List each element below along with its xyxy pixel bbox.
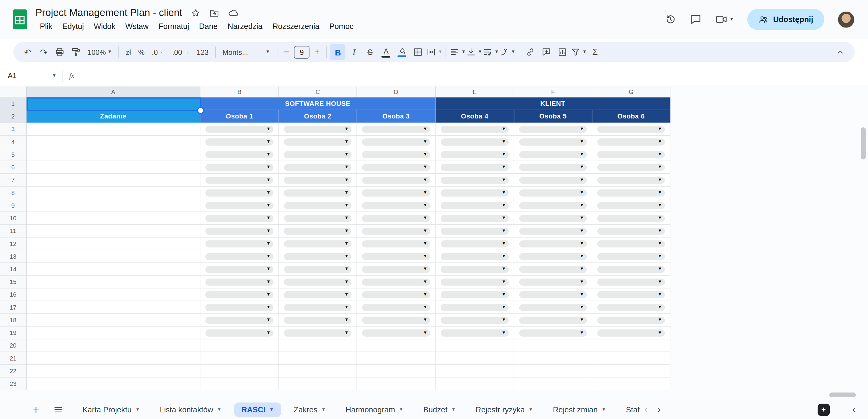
dropdown-chip[interactable]: ▼: [205, 304, 273, 311]
cell-B20[interactable]: [200, 339, 279, 352]
sheet-tab-zakres[interactable]: Zakres▼: [287, 402, 333, 417]
cell-E9[interactable]: ▼: [436, 199, 515, 212]
cell-C16[interactable]: ▼: [279, 289, 357, 301]
cell-C12[interactable]: ▼: [279, 238, 357, 250]
vertical-align-button[interactable]: ▼: [466, 44, 482, 60]
dropdown-chip[interactable]: ▼: [597, 151, 665, 158]
cell-E16[interactable]: ▼: [436, 289, 515, 301]
cell-F20[interactable]: [514, 339, 592, 352]
print-icon[interactable]: [52, 44, 67, 60]
cell-B23[interactable]: [200, 378, 279, 390]
sheet-tab-bud-et[interactable]: Budżet▼: [416, 402, 463, 417]
cell-G19[interactable]: ▼: [592, 327, 670, 339]
redo-icon[interactable]: ↷: [36, 44, 51, 60]
move-folder-icon[interactable]: [210, 8, 219, 18]
selection-handle[interactable]: [197, 107, 204, 114]
cell-G17[interactable]: ▼: [592, 301, 670, 314]
tabs-scroll-right-icon[interactable]: ›: [652, 405, 665, 415]
cell-B6[interactable]: ▼: [200, 161, 279, 174]
functions-button[interactable]: Σ: [587, 44, 603, 60]
dropdown-chip[interactable]: ▼: [284, 176, 351, 184]
cell-A7[interactable]: [27, 174, 200, 187]
dropdown-chip[interactable]: ▼: [597, 291, 665, 298]
gemini-sparkle-icon[interactable]: ✦: [817, 403, 830, 415]
row-header-21[interactable]: 21: [0, 352, 27, 365]
dropdown-chip[interactable]: ▼: [205, 138, 273, 145]
person-header-1[interactable]: Osoba 1: [200, 110, 279, 123]
sheets-logo-icon[interactable]: [12, 9, 27, 30]
star-icon[interactable]: [191, 8, 200, 18]
cell-C19[interactable]: ▼: [279, 327, 357, 339]
cell-A9[interactable]: [27, 199, 200, 212]
cell-F19[interactable]: ▼: [514, 327, 592, 339]
row-header-12[interactable]: 12: [0, 238, 27, 250]
dropdown-chip[interactable]: ▼: [519, 164, 587, 171]
cell-D4[interactable]: ▼: [357, 136, 436, 148]
row-header-7[interactable]: 7: [0, 174, 27, 187]
cell-C20[interactable]: [279, 339, 357, 352]
menu-plik[interactable]: Plik: [36, 21, 57, 32]
add-sheet-icon[interactable]: ＋: [29, 402, 43, 417]
cell-A16[interactable]: [27, 289, 200, 301]
dropdown-chip[interactable]: ▼: [519, 291, 587, 298]
row-header-8[interactable]: 8: [0, 187, 27, 199]
dropdown-chip[interactable]: ▼: [519, 304, 587, 311]
cell-D9[interactable]: ▼: [357, 199, 436, 212]
cell-A15[interactable]: [27, 276, 200, 289]
cell-B8[interactable]: ▼: [200, 187, 279, 199]
cell-D11[interactable]: ▼: [357, 225, 436, 238]
strikethrough-button[interactable]: S: [362, 44, 378, 60]
merged-cell-klient[interactable]: KLIENT: [436, 97, 671, 110]
cell-A6[interactable]: [27, 161, 200, 174]
cell-D7[interactable]: ▼: [357, 174, 436, 187]
cell-A18[interactable]: [27, 314, 200, 326]
column-header-D[interactable]: D: [357, 87, 436, 98]
dropdown-chip[interactable]: ▼: [205, 189, 273, 196]
cell-A4[interactable]: [27, 136, 200, 148]
cell-C9[interactable]: ▼: [279, 199, 357, 212]
merged-cell-software-house[interactable]: SOFTWARE HOUSE: [200, 97, 436, 110]
cell-C21[interactable]: [279, 352, 357, 365]
cell-G15[interactable]: ▼: [592, 276, 670, 289]
cell-A23[interactable]: [27, 378, 200, 390]
cell-G12[interactable]: ▼: [592, 238, 670, 250]
cell-F12[interactable]: ▼: [514, 238, 592, 250]
cell-E22[interactable]: [436, 365, 515, 378]
row-header-2[interactable]: 2: [0, 110, 27, 123]
cell-F10[interactable]: ▼: [514, 212, 592, 225]
cell-D6[interactable]: ▼: [357, 161, 436, 174]
row-header-6[interactable]: 6: [0, 161, 27, 174]
cell-G7[interactable]: ▼: [592, 174, 670, 187]
cell-C15[interactable]: ▼: [279, 276, 357, 289]
dropdown-chip[interactable]: ▼: [284, 138, 351, 145]
menu-dane[interactable]: Dane: [195, 21, 222, 32]
dropdown-chip[interactable]: ▼: [441, 266, 509, 273]
dropdown-chip[interactable]: ▼: [362, 317, 430, 324]
cell-C10[interactable]: ▼: [279, 212, 357, 225]
dropdown-chip[interactable]: ▼: [597, 240, 665, 247]
dropdown-chip[interactable]: ▼: [362, 151, 430, 158]
cell-E14[interactable]: ▼: [436, 263, 515, 275]
increase-font-size-button[interactable]: +: [311, 44, 323, 60]
dropdown-chip[interactable]: ▼: [519, 266, 587, 273]
dropdown-chip[interactable]: ▼: [441, 291, 509, 298]
insert-chart-icon[interactable]: [555, 44, 570, 60]
row-header-17[interactable]: 17: [0, 301, 27, 314]
dropdown-chip[interactable]: ▼: [441, 227, 509, 235]
dropdown-chip[interactable]: ▼: [284, 304, 351, 311]
cell-F23[interactable]: [514, 378, 592, 390]
cell-E13[interactable]: ▼: [436, 250, 515, 263]
dropdown-chip[interactable]: ▼: [441, 151, 509, 158]
dropdown-chip[interactable]: ▼: [519, 151, 587, 158]
cell-B13[interactable]: ▼: [200, 250, 279, 263]
row-header-10[interactable]: 10: [0, 212, 27, 225]
dropdown-chip[interactable]: ▼: [597, 227, 665, 235]
cell-A17[interactable]: [27, 301, 200, 314]
cell-C6[interactable]: ▼: [279, 161, 357, 174]
dropdown-chip[interactable]: ▼: [284, 252, 351, 260]
cell-B11[interactable]: ▼: [200, 225, 279, 238]
cell-F22[interactable]: [514, 365, 592, 378]
cell-D12[interactable]: ▼: [357, 238, 436, 250]
dropdown-chip[interactable]: ▼: [441, 317, 509, 324]
cell-F18[interactable]: ▼: [514, 314, 592, 326]
